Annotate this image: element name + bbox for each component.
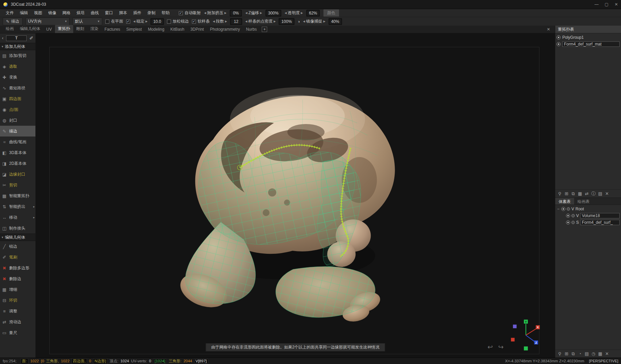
soft-spline-checkbox[interactable]: ✓ 软样条	[192, 19, 210, 24]
color-button[interactable]: 颜色	[323, 9, 339, 17]
menu-item-3[interactable]: 镜像	[45, 9, 59, 17]
increment-icon[interactable]: ▶	[224, 11, 226, 14]
tab-6[interactable]: Factures	[102, 26, 123, 33]
decrement-icon[interactable]: ◀	[213, 20, 215, 23]
layers-icon[interactable]: ▤	[584, 351, 590, 356]
zoom-icon[interactable]: ⚲	[557, 191, 563, 196]
model-3d-view[interactable]	[36, 33, 555, 358]
sidebar-item-0-8[interactable]: ≈曲线/笔画	[0, 136, 35, 147]
opacity-value[interactable]: 62%	[306, 10, 320, 17]
decrement-icon[interactable]: ◀	[204, 11, 206, 14]
increment-icon[interactable]: ▶	[323, 20, 325, 23]
on-plane-checkbox[interactable]: 在平面	[105, 19, 123, 24]
sidebar-item-1-6[interactable]: ≡调整	[0, 306, 35, 316]
grid-icon[interactable]: ▦	[597, 351, 603, 356]
menu-item-2[interactable]: 视图	[31, 9, 45, 17]
increment-icon[interactable]: ▶	[274, 20, 276, 23]
menu-item-6[interactable]: 曲线	[88, 9, 102, 17]
sidebar-item-0-1[interactable]: ◈选取	[0, 61, 35, 72]
decrement-icon[interactable]: ◀	[245, 11, 247, 14]
eye-icon[interactable]	[566, 220, 570, 224]
sidebar-item-1-7[interactable]: ⇄滑动边	[0, 316, 35, 327]
visibility-dot-icon[interactable]	[567, 207, 570, 211]
duplicate-layer-icon[interactable]: ⧉	[570, 191, 576, 196]
point-density-value[interactable]: 100%	[279, 18, 294, 25]
add-tab-button[interactable]: +	[262, 27, 267, 32]
retopo-group-0[interactable]: PolyGroup1	[555, 34, 621, 41]
segments-value[interactable]: 12	[230, 18, 242, 25]
sidebar-item-1-1[interactable]: ✐笔刷	[0, 252, 35, 263]
increment-icon[interactable]: ▶	[260, 11, 262, 14]
opacity-spinner[interactable]: ◀ 透明度 ▶	[285, 10, 303, 16]
delete-icon[interactable]: ✕	[604, 191, 610, 196]
menu-item-4[interactable]: 网格	[59, 9, 74, 17]
section-header-0[interactable]: ▾添加几何体	[0, 43, 35, 50]
zoom-icon[interactable]: ⚲	[557, 351, 563, 356]
pie-icon[interactable]: ◔	[577, 351, 583, 356]
sidebar-item-0-2[interactable]: ✚变换	[0, 72, 35, 83]
sidebar-item-1-2[interactable]: ✖删除多边形	[0, 263, 35, 273]
brush-tool-button[interactable]: ✐	[29, 35, 33, 41]
rp-tab-0[interactable]: 体素表	[555, 198, 574, 205]
menu-item-1[interactable]: 编辑	[17, 9, 31, 17]
menu-item-10[interactable]: 录制	[144, 9, 159, 17]
grid-icon[interactable]: ▦	[577, 191, 583, 196]
info-icon[interactable]: ⓘ	[591, 191, 596, 197]
sidebar-item-1-3[interactable]: ✖删除边	[0, 273, 35, 284]
sidebar-item-0-10[interactable]: ◨2D基本体	[0, 158, 35, 169]
eye-icon[interactable]	[566, 214, 570, 218]
stability-value[interactable]: 10.0	[150, 18, 164, 25]
redo-icon[interactable]: ↪	[498, 344, 504, 350]
tab-1[interactable]: 编辑几何体	[17, 25, 43, 33]
sidebar-item-0-12[interactable]: ✂剪切	[0, 180, 35, 190]
menu-item-5[interactable]: 烘培	[74, 9, 88, 17]
visibility-dot-icon[interactable]	[571, 214, 575, 217]
eye-icon[interactable]	[557, 35, 561, 39]
sidebar-item-0-4[interactable]: ▣四边面	[0, 93, 35, 104]
menu-item-9[interactable]: 插件	[130, 9, 144, 17]
attach-extrude-spinner[interactable]: ◀ 附加挤压 ▶	[204, 10, 226, 16]
sidebar-item-0-13[interactable]: ▩智能重拓扑	[0, 190, 35, 201]
sidebar-item-0-3[interactable]: ∿最短路径	[0, 83, 35, 93]
sidebar-item-0-16[interactable]: ◫制作接头	[0, 223, 35, 234]
sidebar-item-0-6[interactable]: ◍封口	[0, 115, 35, 126]
sidebar-item-1-4[interactable]: ▦增细	[0, 284, 35, 295]
tab-3[interactable]: 重拓扑	[55, 25, 73, 33]
auto-snap-checkbox[interactable]: ✓ 自动吸附	[179, 10, 201, 16]
menu-item-7[interactable]: 窗口	[102, 9, 116, 17]
axis-gizmo[interactable]: Y X Z	[507, 318, 543, 353]
tab-2[interactable]: UV	[43, 26, 55, 33]
sidebar-item-0-7[interactable]: ✎描边	[0, 126, 35, 136]
minimize-button[interactable]: —	[595, 2, 599, 7]
tab-7[interactable]: Simplest	[123, 26, 145, 33]
segments-spinner[interactable]: ◀ 段数 ▶	[213, 19, 227, 24]
decrement-icon[interactable]: ◀	[285, 11, 287, 14]
preset-dropdown[interactable]: 默认 ▼	[73, 18, 102, 25]
sidebar-item-1-5[interactable]: ⊟环切	[0, 295, 35, 306]
section-header-1[interactable]: ▾编辑几何体	[0, 234, 35, 241]
clock-icon[interactable]: ◷	[591, 351, 596, 356]
decrement-icon[interactable]: ◀	[303, 20, 305, 23]
collapse-arrow-icon[interactable]: ‹	[2, 36, 3, 40]
viewport[interactable]: 由于网格中存在非流形因此面将被删除。如果2个以上的面共享同一边缘那就可能发生这种…	[36, 33, 555, 358]
sidebar-item-0-0[interactable]: ▤添加/剪切	[0, 50, 35, 61]
add-icon[interactable]: ⊞	[564, 351, 569, 356]
menu-item-11[interactable]: 帮助	[159, 9, 173, 17]
tree-node-2[interactable]: SForm4_def_surf_	[555, 219, 621, 226]
increment-icon[interactable]: ▶	[301, 11, 303, 14]
sidebar-item-0-11[interactable]: ◪边缘封口	[0, 169, 35, 180]
current-tool-button[interactable]: ✎ 描边	[3, 18, 23, 25]
tabbar-close-icon[interactable]: ✕	[545, 27, 552, 33]
uv-direction-dropdown[interactable]: UV方向 ▼	[26, 18, 69, 25]
tree-node-0[interactable]: −VRoot	[555, 206, 621, 212]
trash-icon[interactable]: ✕	[604, 351, 610, 356]
visibility-dot-icon[interactable]	[571, 221, 575, 224]
tab-9[interactable]: KitBash	[167, 26, 187, 33]
tab-11[interactable]: Photogrammetry	[207, 26, 243, 33]
transfer-icon[interactable]: ⇄	[584, 191, 590, 196]
tree-expander[interactable]: −	[557, 207, 560, 211]
undo-icon[interactable]: ↩	[487, 344, 493, 350]
eye-icon[interactable]	[561, 207, 565, 211]
decrement-icon[interactable]: ◀	[245, 20, 247, 23]
mirror-icon[interactable]: ◑	[298, 19, 300, 24]
